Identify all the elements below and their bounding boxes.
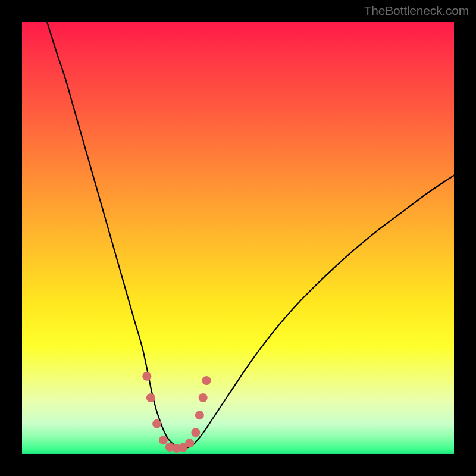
highlight-dot <box>199 393 208 402</box>
chart-svg <box>22 22 454 454</box>
chart-frame: TheBottleneck.com <box>0 0 476 476</box>
highlight-dot <box>191 428 200 437</box>
highlight-dots <box>142 372 211 453</box>
highlight-dot <box>185 439 194 447</box>
highlight-dot <box>152 419 161 428</box>
highlight-dot <box>159 436 168 444</box>
highlight-dot <box>142 372 151 381</box>
highlight-dot <box>202 376 211 385</box>
watermark-text: TheBottleneck.com <box>364 4 469 18</box>
bottleneck-curve <box>47 22 454 448</box>
highlight-dot <box>195 411 204 419</box>
plot-area <box>22 22 454 454</box>
highlight-dot <box>146 393 155 402</box>
